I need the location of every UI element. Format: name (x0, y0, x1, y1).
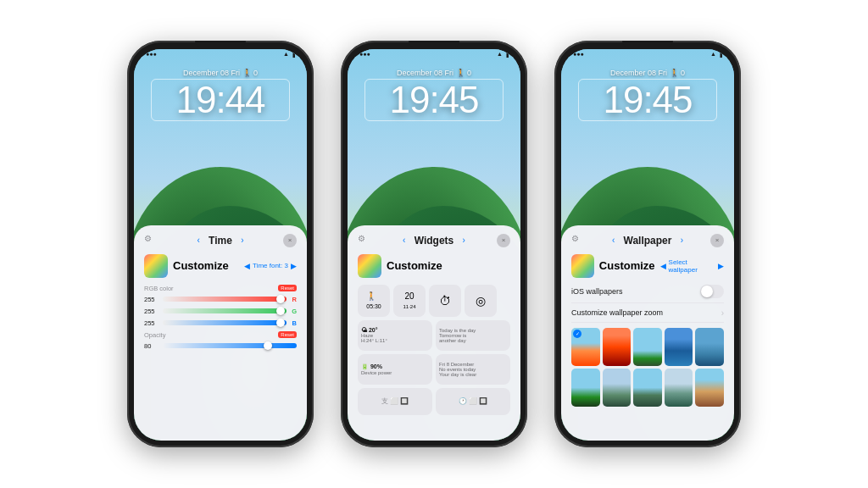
customize-label-2: Customize (387, 259, 510, 272)
font-next-btn[interactable]: ▶ (291, 262, 297, 270)
slider-thumb-r[interactable] (276, 295, 285, 303)
customize-label-1: Customize (173, 259, 239, 272)
status-icons-1: ▲ ▐ (283, 51, 295, 57)
status-bar-2: ●●● ▲ ▐ (348, 49, 520, 58)
nav-prev-btn-2[interactable]: ‹ (398, 234, 411, 247)
wallpaper-thumb-6[interactable] (571, 369, 600, 407)
time-panel: ⚙ ‹ Time › × Customize ◀ Time font: 3 ▶ (134, 225, 307, 441)
widget-circle[interactable]: ◎ (465, 285, 497, 317)
widget-add-2[interactable]: 🕐 ⬜ 🔲 (436, 388, 510, 415)
zoom-row[interactable]: Customize wallpaper zoom › (571, 308, 724, 323)
wallpaper-thumb-1[interactable] (571, 328, 600, 366)
battery-icon-3: ▐ (718, 51, 722, 57)
wallpaper-thumbs-container (571, 328, 724, 407)
wallpaper-thumb-3[interactable] (633, 328, 662, 366)
wallpaper-thumb-10[interactable] (695, 369, 724, 407)
wallpaper-thumb-5[interactable] (695, 328, 724, 366)
select-wallpaper-label: Select wallpaper (669, 258, 715, 274)
slider-row-r: 255 R (144, 296, 297, 303)
rgb-label: RGB color (144, 285, 174, 292)
slider-thumb-op[interactable] (264, 341, 272, 350)
slider-val-g: 255 (144, 308, 159, 315)
widget-battery-label: Device power (361, 370, 429, 375)
lock-date-2: December 08 Fri 🚶 0 (348, 69, 520, 77)
widget-weather[interactable]: 🌤 20° HazeH:24° L:11° (358, 320, 432, 351)
widget-battery-val: 🔋 90% (361, 363, 429, 370)
slider-track-r[interactable] (163, 297, 287, 302)
select-prev-icon[interactable]: ◀ (660, 262, 666, 270)
widget-quote[interactable]: Today is the dayTomorrow isanother day (436, 320, 510, 351)
lock-screen-1: December 08 Fri 🚶 0 19:44 (134, 58, 307, 121)
slider-letter-r: R (290, 296, 297, 303)
widget-battery[interactable]: 🔋 90% Device power (358, 354, 432, 385)
wallpaper-panel: ⚙ ‹ Wallpaper › × Customize ◀ Select wal… (561, 225, 734, 441)
reset-badge-rgb[interactable]: Reset (278, 285, 297, 291)
panel-header-wallpaper: ⚙ ‹ Wallpaper › × (571, 234, 724, 247)
ios-wallpapers-row: iOS wallpapers (571, 285, 724, 303)
lock-time-1: 19:44 (151, 79, 290, 121)
widget-events[interactable]: Fri 8 DecemberNo events todayYour day is… (436, 354, 510, 385)
time-font-control: ◀ Time font: 3 ▶ (244, 262, 297, 270)
gear-icon-3[interactable]: ⚙ (571, 234, 585, 247)
reset-badge-opacity[interactable]: Reset (278, 331, 297, 338)
nav-prev-btn[interactable]: ‹ (192, 234, 205, 247)
select-wallpaper-btn[interactable]: ◀ Select wallpaper ▶ (660, 258, 724, 274)
panel-header-widgets: ⚙ ‹ Widgets › × (358, 234, 510, 247)
select-next-icon[interactable]: ▶ (718, 262, 724, 270)
widget-add-1[interactable]: 支 ⬜ 🔲 (358, 388, 432, 415)
signal-dots-3: ●●● (573, 51, 584, 57)
slider-row-b: 255 B (144, 319, 297, 327)
widget-events-text: Fri 8 DecemberNo events todayYour day is… (439, 362, 507, 377)
wifi-icon-3: ▲ (710, 51, 716, 57)
nav-next-btn-3[interactable]: › (675, 234, 688, 247)
panel-close-btn-3[interactable]: × (710, 234, 724, 247)
customize-icon-3 (571, 254, 594, 278)
customize-label-3: Customize (599, 259, 655, 272)
battery-icon-2: ▐ (504, 51, 509, 57)
font-label: Time font: 3 (253, 262, 288, 269)
ios-wallpapers-toggle[interactable] (700, 285, 724, 298)
wallpaper-thumb-9[interactable] (665, 369, 693, 407)
widget-steps[interactable]: 🚶05:30 (358, 285, 390, 317)
gear-icon[interactable]: ⚙ (144, 234, 158, 247)
panel-title-time: Time (209, 235, 232, 247)
nav-prev-btn-3[interactable]: ‹ (607, 234, 620, 247)
ios-wallpapers-label: iOS wallpapers (571, 287, 623, 296)
chevron-right-icon: › (721, 308, 724, 318)
wifi-icon-2: ▲ (497, 51, 503, 57)
phone-notch-3 (622, 41, 673, 47)
widget-icon-row: 🚶05:30 2011·24 ⏱ ◎ (358, 285, 510, 317)
slider-track-op[interactable] (163, 343, 297, 348)
widgets-panel: ⚙ ‹ Widgets › × Customize 🚶05:30 (348, 225, 520, 441)
widget-weather-title: 🌤 20° (361, 327, 429, 333)
lock-time-2: 19:45 (364, 79, 504, 121)
slider-val-op: 80 (144, 342, 159, 350)
status-icons-3: ▲ ▐ (710, 51, 722, 57)
slider-thumb-b[interactable] (276, 319, 285, 327)
font-prev-btn[interactable]: ◀ (244, 262, 250, 270)
customize-row-1: Customize ◀ Time font: 3 ▶ (144, 254, 297, 278)
gear-icon-2[interactable]: ⚙ (358, 234, 371, 247)
widget-calendar[interactable]: 2011·24 (393, 285, 426, 317)
wallpaper-thumb-4[interactable] (665, 328, 693, 366)
opacity-section: Opacity Reset 80 (144, 331, 297, 350)
wallpaper-thumb-7[interactable] (603, 369, 632, 407)
status-bar-1: ●●● ▲ ▐ (134, 49, 307, 58)
panel-close-btn[interactable]: × (283, 234, 297, 247)
wallpaper-thumb-2[interactable] (603, 328, 632, 366)
slider-thumb-g[interactable] (276, 307, 285, 315)
lock-date-3: December 08 Fri 🚶 0 (561, 69, 734, 77)
phones-container: ●●● ▲ ▐ December 08 Fri 🚶 0 19:44 ⚙ ‹ Ti… (0, 0, 868, 488)
nav-next-btn-2[interactable]: › (457, 234, 470, 247)
widget-timer[interactable]: ⏱ (429, 285, 461, 317)
wallpaper-grid-row2 (571, 369, 724, 407)
panel-nav-time: ‹ Time › (192, 234, 249, 247)
slider-track-b[interactable] (163, 320, 287, 325)
ring-icon: ◎ (476, 294, 486, 308)
slider-track-g[interactable] (163, 308, 287, 313)
nav-next-btn[interactable]: › (236, 234, 249, 247)
phone-widgets: ●●● ▲ ▐ December 08 Fri 🚶 0 19:45 ⚙ ‹ Wi… (341, 41, 527, 447)
panel-close-btn-2[interactable]: × (497, 234, 510, 247)
wallpaper-thumb-8[interactable] (633, 369, 662, 407)
slider-letter-g: G (290, 308, 297, 315)
